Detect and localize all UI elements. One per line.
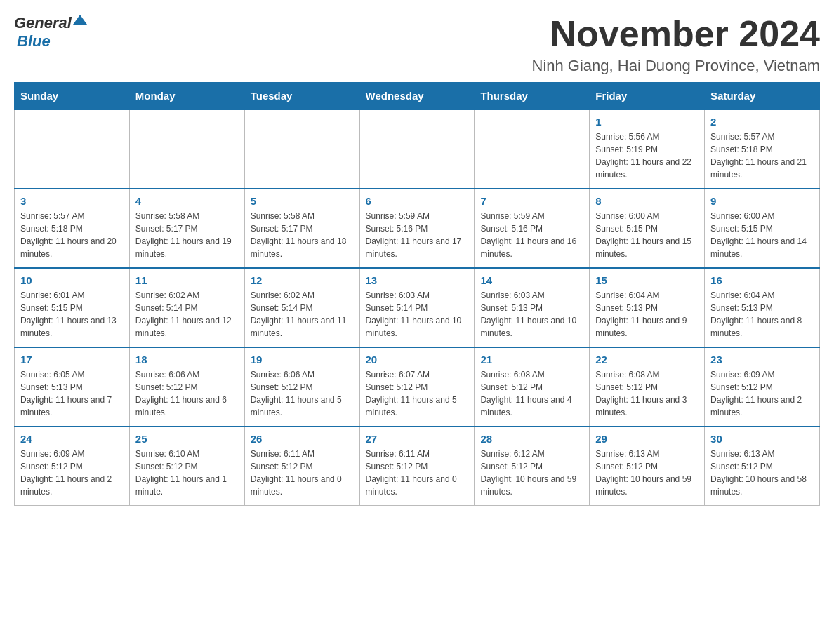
table-row: 22Sunrise: 6:08 AMSunset: 5:12 PMDayligh… (590, 347, 705, 427)
sun-info: Sunrise: 6:02 AMSunset: 5:14 PMDaylight:… (251, 289, 354, 340)
sun-info: Sunrise: 5:57 AMSunset: 5:18 PMDaylight:… (710, 130, 814, 181)
table-row (244, 109, 359, 189)
col-monday: Monday (129, 83, 244, 110)
sun-info: Sunrise: 6:03 AMSunset: 5:13 PMDaylight:… (480, 289, 583, 340)
sun-info: Sunrise: 6:00 AMSunset: 5:15 PMDaylight:… (710, 210, 814, 260)
calendar-week-row: 24Sunrise: 6:09 AMSunset: 5:12 PMDayligh… (15, 427, 820, 506)
logo-general: General (14, 14, 72, 32)
table-row: 16Sunrise: 6:04 AMSunset: 5:13 PMDayligh… (705, 268, 820, 347)
day-number: 15 (595, 274, 699, 286)
month-title: November 2024 (532, 14, 820, 54)
calendar-week-row: 10Sunrise: 6:01 AMSunset: 5:15 PMDayligh… (15, 268, 820, 347)
sun-info: Sunrise: 6:05 AMSunset: 5:13 PMDaylight:… (20, 368, 124, 419)
sun-info: Sunrise: 6:06 AMSunset: 5:12 PMDaylight:… (251, 368, 354, 419)
title-block: November 2024 Ninh Giang, Hai Duong Prov… (532, 14, 820, 75)
table-row: 8Sunrise: 6:00 AMSunset: 5:15 PMDaylight… (590, 189, 705, 268)
table-row: 14Sunrise: 6:03 AMSunset: 5:13 PMDayligh… (475, 268, 590, 347)
table-row: 29Sunrise: 6:13 AMSunset: 5:12 PMDayligh… (590, 427, 705, 506)
table-row: 15Sunrise: 6:04 AMSunset: 5:13 PMDayligh… (590, 268, 705, 347)
day-number: 10 (20, 274, 124, 286)
calendar-week-row: 1Sunrise: 5:56 AMSunset: 5:19 PMDaylight… (15, 109, 820, 189)
table-row: 2Sunrise: 5:57 AMSunset: 5:18 PMDaylight… (705, 109, 820, 189)
sun-info: Sunrise: 6:07 AMSunset: 5:12 PMDaylight:… (366, 368, 469, 419)
table-row: 21Sunrise: 6:08 AMSunset: 5:12 PMDayligh… (475, 347, 590, 427)
calendar-table: Sunday Monday Tuesday Wednesday Thursday… (14, 82, 820, 506)
day-number: 30 (710, 433, 814, 445)
sun-info: Sunrise: 6:03 AMSunset: 5:14 PMDaylight:… (366, 289, 469, 340)
day-number: 1 (595, 116, 699, 128)
table-row: 4Sunrise: 5:58 AMSunset: 5:17 PMDaylight… (129, 189, 244, 268)
day-number: 18 (135, 354, 239, 365)
table-row: 10Sunrise: 6:01 AMSunset: 5:15 PMDayligh… (15, 268, 130, 347)
sun-info: Sunrise: 5:59 AMSunset: 5:16 PMDaylight:… (366, 210, 469, 260)
table-row (15, 109, 130, 189)
table-row: 28Sunrise: 6:12 AMSunset: 5:12 PMDayligh… (475, 427, 590, 506)
table-row: 23Sunrise: 6:09 AMSunset: 5:12 PMDayligh… (705, 347, 820, 427)
calendar-week-row: 17Sunrise: 6:05 AMSunset: 5:13 PMDayligh… (15, 347, 820, 427)
table-row: 30Sunrise: 6:13 AMSunset: 5:12 PMDayligh… (705, 427, 820, 506)
sun-info: Sunrise: 5:58 AMSunset: 5:17 PMDaylight:… (135, 210, 239, 260)
day-number: 26 (251, 433, 354, 445)
table-row (129, 109, 244, 189)
day-number: 23 (710, 354, 814, 365)
sun-info: Sunrise: 6:13 AMSunset: 5:12 PMDaylight:… (710, 448, 814, 498)
sun-info: Sunrise: 5:56 AMSunset: 5:19 PMDaylight:… (595, 130, 699, 181)
table-row: 25Sunrise: 6:10 AMSunset: 5:12 PMDayligh… (129, 427, 244, 506)
table-row: 20Sunrise: 6:07 AMSunset: 5:12 PMDayligh… (359, 347, 475, 427)
day-number: 16 (710, 274, 814, 286)
sun-info: Sunrise: 6:11 AMSunset: 5:12 PMDaylight:… (251, 448, 354, 498)
table-row: 9Sunrise: 6:00 AMSunset: 5:15 PMDaylight… (705, 189, 820, 268)
day-number: 11 (135, 274, 239, 286)
col-saturday: Saturday (705, 83, 820, 110)
location-title: Ninh Giang, Hai Duong Province, Vietnam (532, 57, 820, 75)
day-number: 29 (595, 433, 699, 445)
table-row: 18Sunrise: 6:06 AMSunset: 5:12 PMDayligh… (129, 347, 244, 427)
day-number: 8 (595, 195, 699, 207)
day-number: 12 (251, 274, 354, 286)
sun-info: Sunrise: 6:09 AMSunset: 5:12 PMDaylight:… (20, 448, 124, 498)
day-number: 27 (366, 433, 469, 445)
sun-info: Sunrise: 6:00 AMSunset: 5:15 PMDaylight:… (595, 210, 699, 260)
table-row: 7Sunrise: 5:59 AMSunset: 5:16 PMDaylight… (475, 189, 590, 268)
col-wednesday: Wednesday (359, 83, 475, 110)
day-number: 21 (480, 354, 583, 365)
day-number: 25 (135, 433, 239, 445)
table-row: 19Sunrise: 6:06 AMSunset: 5:12 PMDayligh… (244, 347, 359, 427)
logo: General Blue (14, 14, 87, 51)
col-tuesday: Tuesday (244, 83, 359, 110)
table-row: 26Sunrise: 6:11 AMSunset: 5:12 PMDayligh… (244, 427, 359, 506)
sun-info: Sunrise: 6:11 AMSunset: 5:12 PMDaylight:… (366, 448, 469, 498)
day-number: 20 (366, 354, 469, 365)
sun-info: Sunrise: 6:12 AMSunset: 5:12 PMDaylight:… (480, 448, 583, 498)
sun-info: Sunrise: 6:10 AMSunset: 5:12 PMDaylight:… (135, 448, 239, 498)
sun-info: Sunrise: 6:09 AMSunset: 5:12 PMDaylight:… (710, 368, 814, 419)
table-row: 17Sunrise: 6:05 AMSunset: 5:13 PMDayligh… (15, 347, 130, 427)
page-header: General Blue November 2024 Ninh Giang, H… (14, 14, 820, 75)
logo-blue: Blue (17, 32, 51, 50)
calendar-week-row: 3Sunrise: 5:57 AMSunset: 5:18 PMDaylight… (15, 189, 820, 268)
day-number: 9 (710, 195, 814, 207)
sun-info: Sunrise: 5:57 AMSunset: 5:18 PMDaylight:… (20, 210, 124, 260)
sun-info: Sunrise: 6:06 AMSunset: 5:12 PMDaylight:… (135, 368, 239, 419)
day-number: 6 (366, 195, 469, 207)
day-number: 22 (595, 354, 699, 365)
table-row: 1Sunrise: 5:56 AMSunset: 5:19 PMDaylight… (590, 109, 705, 189)
day-number: 3 (20, 195, 124, 207)
sun-info: Sunrise: 6:04 AMSunset: 5:13 PMDaylight:… (710, 289, 814, 340)
table-row: 27Sunrise: 6:11 AMSunset: 5:12 PMDayligh… (359, 427, 475, 506)
table-row: 11Sunrise: 6:02 AMSunset: 5:14 PMDayligh… (129, 268, 244, 347)
sun-info: Sunrise: 6:04 AMSunset: 5:13 PMDaylight:… (595, 289, 699, 340)
day-number: 7 (480, 195, 583, 207)
day-number: 2 (710, 116, 814, 128)
col-friday: Friday (590, 83, 705, 110)
day-number: 24 (20, 433, 124, 445)
day-number: 5 (251, 195, 354, 207)
day-number: 4 (135, 195, 239, 207)
sun-info: Sunrise: 6:13 AMSunset: 5:12 PMDaylight:… (595, 448, 699, 498)
sun-info: Sunrise: 6:02 AMSunset: 5:14 PMDaylight:… (135, 289, 239, 340)
day-number: 28 (480, 433, 583, 445)
table-row (475, 109, 590, 189)
table-row: 3Sunrise: 5:57 AMSunset: 5:18 PMDaylight… (15, 189, 130, 268)
col-thursday: Thursday (475, 83, 590, 110)
sun-info: Sunrise: 6:08 AMSunset: 5:12 PMDaylight:… (595, 368, 699, 419)
